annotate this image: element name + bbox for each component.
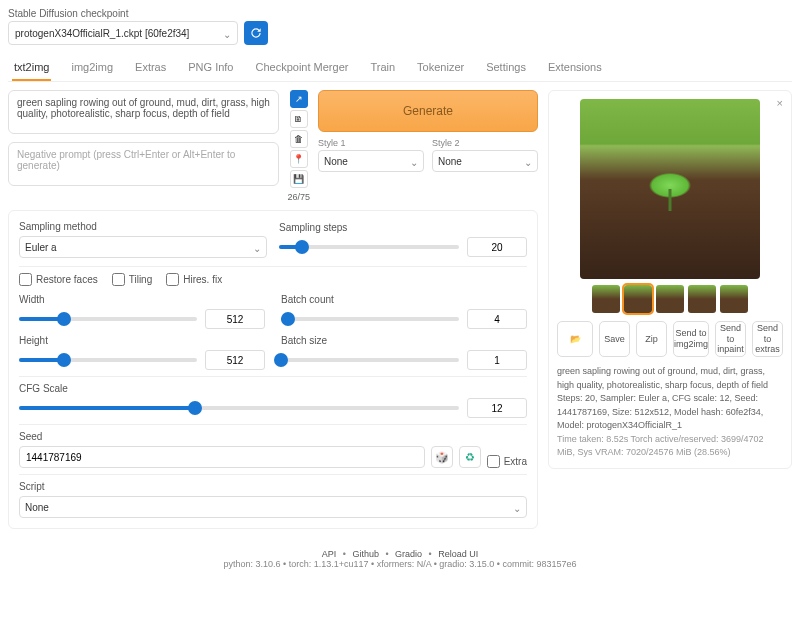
thumbnail[interactable]	[688, 285, 716, 313]
batch-size-slider[interactable]	[281, 358, 459, 362]
arrow-tool-button[interactable]: ↗	[290, 90, 308, 108]
clipboard-tool-button[interactable]: 🗎	[290, 110, 308, 128]
negative-prompt-input[interactable]	[8, 142, 279, 186]
open-folder-button[interactable]: 📂	[557, 321, 593, 357]
refresh-checkpoint-button[interactable]	[244, 21, 268, 45]
thumbnail[interactable]	[656, 285, 684, 313]
height-input[interactable]	[205, 350, 265, 370]
tab-train[interactable]: Train	[368, 55, 397, 81]
batch-size-input[interactable]	[467, 350, 527, 370]
tab-extras[interactable]: Extras	[133, 55, 168, 81]
chevron-down-icon	[513, 503, 521, 511]
close-icon[interactable]: ×	[777, 97, 783, 109]
tab-img2img[interactable]: img2img	[69, 55, 115, 81]
chevron-down-icon	[524, 157, 532, 165]
tab-settings[interactable]: Settings	[484, 55, 528, 81]
main-tabs: txt2imgimg2imgExtrasPNG InfoCheckpoint M…	[8, 55, 792, 82]
seed-input[interactable]	[19, 446, 425, 468]
style2-dropdown[interactable]: None	[432, 150, 538, 172]
seed-label: Seed	[19, 431, 527, 442]
trash-tool-button[interactable]: 🗑	[290, 130, 308, 148]
tab-txt2img[interactable]: txt2img	[12, 55, 51, 81]
chevron-down-icon	[253, 243, 261, 251]
style1-label: Style 1	[318, 138, 424, 148]
width-slider[interactable]	[19, 317, 197, 321]
script-dropdown[interactable]: None	[19, 496, 527, 518]
footer-link-github[interactable]: Github	[352, 549, 379, 559]
prompt-input[interactable]: green sapling rowing out of ground, mud,…	[8, 90, 279, 134]
checkpoint-value: protogenX34OfficialR_1.ckpt [60fe2f34]	[15, 28, 189, 39]
checkpoint-dropdown[interactable]: protogenX34OfficialR_1.ckpt [60fe2f34]	[8, 21, 238, 45]
refresh-icon	[249, 26, 263, 40]
footer-link-gradio[interactable]: Gradio	[395, 549, 422, 559]
cfg-scale-input[interactable]	[467, 398, 527, 418]
output-image[interactable]	[580, 99, 760, 279]
sampling-steps-input[interactable]	[467, 237, 527, 257]
thumbnail-row	[557, 285, 783, 313]
thumbnail[interactable]	[592, 285, 620, 313]
version-info: python: 3.10.6 • torch: 1.13.1+cu117 • x…	[8, 559, 792, 569]
random-seed-button[interactable]: 🎲	[431, 446, 453, 468]
send-to-img2img-button[interactable]: Send to img2img	[673, 321, 709, 357]
chevron-down-icon	[410, 157, 418, 165]
save-button[interactable]: Save	[599, 321, 630, 357]
tab-extensions[interactable]: Extensions	[546, 55, 604, 81]
width-label: Width	[19, 294, 265, 305]
tab-checkpoint-merger[interactable]: Checkpoint Merger	[253, 55, 350, 81]
pin-tool-button[interactable]: 📍	[290, 150, 308, 168]
sampling-steps-label: Sampling steps	[279, 222, 527, 233]
generate-button[interactable]: Generate	[318, 90, 538, 132]
style1-dropdown[interactable]: None	[318, 150, 424, 172]
seed-extra-checkbox[interactable]: Extra	[487, 455, 527, 468]
thumbnail[interactable]	[720, 285, 748, 313]
send-to-inpaint-button[interactable]: Send to inpaint	[715, 321, 746, 357]
zip-button[interactable]: Zip	[636, 321, 667, 357]
recycle-seed-button[interactable]: ♻	[459, 446, 481, 468]
footer-link-reload-ui[interactable]: Reload UI	[438, 549, 478, 559]
token-counter: 26/75	[287, 192, 310, 202]
hires-fix-checkbox[interactable]: Hires. fix	[166, 273, 222, 286]
width-input[interactable]	[205, 309, 265, 329]
batch-count-input[interactable]	[467, 309, 527, 329]
chevron-down-icon	[223, 29, 231, 37]
save-tool-button[interactable]: 💾	[290, 170, 308, 188]
script-label: Script	[19, 481, 527, 492]
sampling-steps-slider[interactable]	[279, 245, 459, 249]
batch-size-label: Batch size	[281, 335, 527, 346]
thumbnail[interactable]	[624, 285, 652, 313]
footer: API • Github • Gradio • Reload UI python…	[8, 549, 792, 569]
send-to-extras-button[interactable]: Send to extras	[752, 321, 783, 357]
generation-info: green sapling rowing out of ground, mud,…	[557, 365, 783, 460]
batch-count-slider[interactable]	[281, 317, 459, 321]
sampling-method-label: Sampling method	[19, 221, 267, 232]
height-label: Height	[19, 335, 265, 346]
footer-link-api[interactable]: API	[322, 549, 337, 559]
height-slider[interactable]	[19, 358, 197, 362]
cfg-scale-label: CFG Scale	[19, 383, 527, 394]
restore-faces-checkbox[interactable]: Restore faces	[19, 273, 98, 286]
style2-label: Style 2	[432, 138, 538, 148]
tab-tokenizer[interactable]: Tokenizer	[415, 55, 466, 81]
batch-count-label: Batch count	[281, 294, 527, 305]
sampling-method-dropdown[interactable]: Euler a	[19, 236, 267, 258]
tiling-checkbox[interactable]: Tiling	[112, 273, 153, 286]
tab-png-info[interactable]: PNG Info	[186, 55, 235, 81]
cfg-scale-slider[interactable]	[19, 406, 459, 410]
checkpoint-label: Stable Diffusion checkpoint	[8, 8, 238, 19]
